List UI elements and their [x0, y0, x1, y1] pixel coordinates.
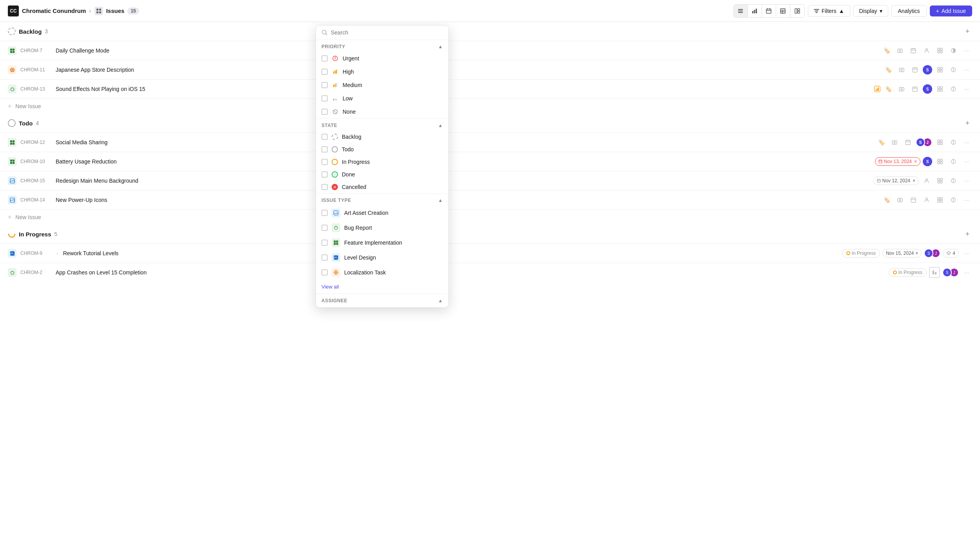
camera-icon[interactable]: [896, 84, 907, 94]
urgent-checkbox[interactable]: [321, 55, 328, 62]
more-icon[interactable]: ···: [961, 84, 972, 94]
calendar-action-icon[interactable]: [909, 64, 920, 75]
camera-icon[interactable]: [895, 45, 906, 56]
issue-row[interactable]: CHROM-9 › Rework Tutorial Levels In Prog…: [0, 243, 980, 263]
add-issue-button[interactable]: + Add Issue: [930, 5, 972, 16]
contrast-icon[interactable]: [948, 156, 959, 167]
filter-option-level[interactable]: Level Design: [316, 250, 448, 265]
filter-option-localization[interactable]: Localization Task: [316, 265, 448, 280]
in-progress-add-button[interactable]: +: [963, 229, 972, 239]
more-icon[interactable]: ···: [961, 248, 972, 259]
medium-checkbox[interactable]: [321, 82, 328, 88]
filter-option-feature[interactable]: Feature Implementation: [316, 235, 448, 250]
grid-icon[interactable]: [935, 64, 946, 75]
person-icon[interactable]: [921, 194, 932, 205]
contrast-icon[interactable]: [948, 64, 959, 75]
filters-button[interactable]: Filters ▲: [808, 5, 850, 17]
analytics-button[interactable]: Analytics: [891, 5, 927, 17]
filter-option-medium[interactable]: Medium: [316, 78, 448, 92]
filter-option-cancelled[interactable]: ✕ Cancelled: [316, 181, 448, 193]
contrast-icon[interactable]: [948, 45, 959, 56]
calendar-view-button[interactable]: [762, 5, 776, 17]
issue-type-chevron[interactable]: ▲: [438, 198, 443, 203]
contrast-icon[interactable]: [948, 137, 959, 148]
filter-option-backlog[interactable]: Backlog: [316, 131, 448, 143]
issue-row[interactable]: CHROM-15 Redesign Main Menu Background N…: [0, 171, 980, 190]
grid-icon[interactable]: [935, 175, 946, 186]
filter-option-high[interactable]: High: [316, 65, 448, 78]
filter-option-todo[interactable]: Todo: [316, 143, 448, 156]
tag-icon[interactable]: 🏷️: [881, 194, 892, 205]
assignee-chevron[interactable]: ▲: [438, 298, 443, 303]
project-name[interactable]: Chromatic Conundrum: [22, 7, 86, 14]
table-view-button[interactable]: [776, 5, 790, 17]
contrast-icon[interactable]: [948, 84, 959, 94]
display-button[interactable]: Display ▾: [853, 5, 888, 17]
calendar-action-icon[interactable]: [902, 137, 913, 148]
tag-icon[interactable]: 🏷️: [883, 84, 894, 94]
date-chip-close[interactable]: ×: [915, 251, 918, 256]
date-chip-close[interactable]: ×: [914, 159, 917, 164]
issue-title[interactable]: Battery Usage Reduction: [56, 158, 871, 165]
more-icon[interactable]: ···: [961, 45, 972, 56]
new-issue-backlog[interactable]: + New Issue: [0, 98, 980, 114]
contrast-icon[interactable]: [948, 194, 959, 205]
backlog-state-checkbox[interactable]: [321, 134, 328, 140]
more-icon[interactable]: ···: [961, 194, 972, 205]
issue-title[interactable]: Social Media Sharing: [56, 139, 872, 145]
low-checkbox[interactable]: [321, 95, 328, 102]
layout-view-button[interactable]: [790, 5, 804, 17]
state-chevron[interactable]: ▲: [438, 123, 443, 128]
more-icon[interactable]: ···: [961, 175, 972, 186]
more-icon[interactable]: ···: [961, 137, 972, 148]
person-icon[interactable]: [921, 175, 932, 186]
high-checkbox[interactable]: [321, 69, 328, 75]
issue-title[interactable]: Sound Effects Not Playing on iOS 15: [56, 86, 870, 92]
issue-title[interactable]: Japanese App Store Description: [56, 67, 879, 73]
more-icon[interactable]: ···: [961, 267, 972, 278]
bar-chart-view-button[interactable]: [748, 5, 762, 17]
calendar-action-icon[interactable]: [909, 84, 920, 94]
issue-title[interactable]: App Crashes on Level 15 Completion: [56, 269, 885, 276]
bug-type-checkbox[interactable]: [321, 225, 328, 231]
filter-option-low[interactable]: Low: [316, 92, 448, 105]
issues-label[interactable]: Issues: [106, 7, 125, 14]
issue-row[interactable]: CHROM-2 App Crashes on Level 15 Completi…: [0, 263, 980, 282]
list-view-button[interactable]: [734, 5, 748, 17]
calendar-action-icon[interactable]: [908, 194, 919, 205]
issue-row[interactable]: CHROM-10 Battery Usage Reduction Nov 13,…: [0, 152, 980, 171]
todo-add-button[interactable]: +: [963, 118, 972, 128]
camera-icon[interactable]: [896, 64, 907, 75]
art-checkbox[interactable]: [321, 210, 328, 216]
issue-row[interactable]: CHROM-7 Daily Challenge Mode 🏷️: [0, 41, 980, 60]
issue-row[interactable]: CHROM-13 Sound Effects Not Playing on iO…: [0, 79, 980, 98]
tag-icon[interactable]: 🏷️: [881, 45, 892, 56]
filter-option-urgent[interactable]: Urgent: [316, 52, 448, 65]
grid-icon[interactable]: [935, 84, 946, 94]
issue-row[interactable]: CHROM-14 New Power-Up Icons 🏷️: [0, 190, 980, 209]
localization-checkbox[interactable]: [321, 269, 328, 276]
more-icon[interactable]: ···: [961, 156, 972, 167]
date-chip-close[interactable]: ×: [913, 178, 915, 183]
more-icon[interactable]: ···: [961, 64, 972, 75]
camera-icon[interactable]: [889, 137, 900, 148]
filter-search-input[interactable]: [331, 29, 443, 36]
grid-icon[interactable]: [935, 137, 946, 148]
issue-row[interactable]: CHROM-12 Social Media Sharing 🏷️ S J: [0, 133, 980, 152]
issue-title[interactable]: Rework Tutorial Levels: [63, 250, 838, 256]
grid-icon[interactable]: [935, 45, 946, 56]
calendar-action-icon[interactable]: [908, 45, 919, 56]
backlog-add-button[interactable]: +: [963, 27, 972, 36]
issue-title[interactable]: New Power-Up Icons: [56, 197, 877, 203]
filter-option-inprogress-state[interactable]: In Progress: [316, 156, 448, 168]
grid-icon[interactable]: [935, 194, 946, 205]
none-checkbox[interactable]: [321, 109, 328, 115]
inprogress-state-checkbox[interactable]: [321, 159, 328, 165]
view-all-link[interactable]: View all: [316, 280, 448, 294]
grid-icon[interactable]: [935, 156, 946, 167]
new-issue-todo[interactable]: + New Issue: [0, 209, 980, 225]
cancelled-checkbox[interactable]: [321, 184, 328, 190]
issue-title[interactable]: Redesign Main Menu Background: [56, 178, 869, 184]
todo-state-checkbox[interactable]: [321, 146, 328, 152]
tag-icon[interactable]: 🏷️: [883, 64, 894, 75]
